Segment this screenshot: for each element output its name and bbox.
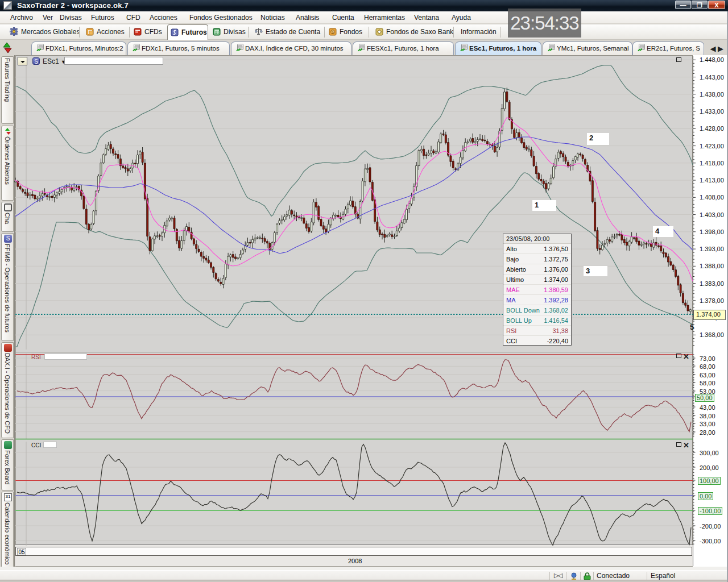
svg-text:$: $ [332, 30, 334, 34]
